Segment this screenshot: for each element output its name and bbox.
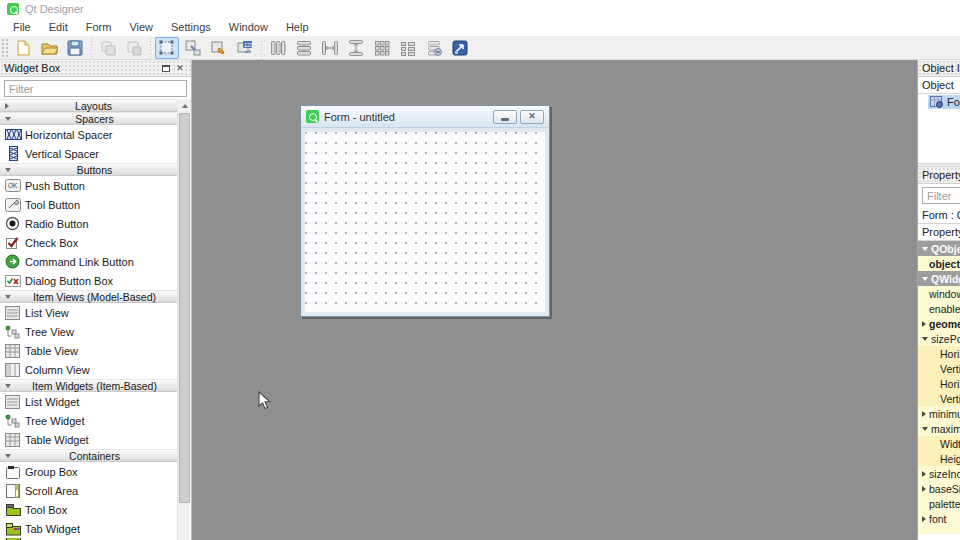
- section-layouts[interactable]: Layouts: [0, 99, 178, 112]
- property-row-palette[interactable]: palette: [918, 496, 960, 511]
- scroll-area-icon: [5, 483, 25, 499]
- menu-view[interactable]: View: [120, 19, 162, 35]
- object-tree-row-form[interactable]: Form: [918, 94, 960, 110]
- widget-item-tree-view[interactable]: Tree View: [0, 322, 178, 341]
- copy-button[interactable]: [96, 37, 120, 59]
- object-column-header[interactable]: Object: [918, 77, 960, 94]
- object-inspector-title: Object Inspector: [922, 62, 960, 74]
- property-row-vertical-policy[interactable]: Vertical Policy: [918, 361, 960, 376]
- paste-button[interactable]: [122, 37, 146, 59]
- property-row-vertical-stretch[interactable]: Vertical Stretch: [918, 391, 960, 406]
- property-row-sizeincrement[interactable]: sizeIncrement: [918, 466, 960, 481]
- property-row-maximumsize[interactable]: maximumSize: [918, 421, 960, 436]
- property-filter-input[interactable]: [922, 187, 960, 204]
- minimize-button[interactable]: [493, 110, 517, 124]
- property-row-windowmodality[interactable]: windowModality: [918, 286, 960, 301]
- section-containers[interactable]: Containers: [0, 449, 178, 462]
- widget-filter-input[interactable]: [4, 80, 187, 97]
- section-spacers[interactable]: Spacers: [0, 112, 178, 125]
- widget-item-table-view[interactable]: Table View: [0, 341, 178, 360]
- property-column-header[interactable]: Property: [918, 224, 960, 241]
- property-group-qobject[interactable]: QObject: [918, 241, 960, 256]
- property-row-basesize[interactable]: baseSize: [918, 481, 960, 496]
- menu-edit[interactable]: Edit: [40, 19, 77, 35]
- widget-item-check-box[interactable]: Check Box: [0, 233, 178, 252]
- scrollbar-thumb[interactable]: [179, 113, 190, 503]
- new-form-button[interactable]: [11, 37, 35, 59]
- widget-item-dialog-button-box[interactable]: Dialog Button Box: [0, 271, 178, 290]
- section-item-widgets[interactable]: Item Widgets (Item-Based): [0, 379, 178, 392]
- menu-settings[interactable]: Settings: [162, 19, 220, 35]
- form-window[interactable]: Form - untitled ✕: [300, 105, 550, 317]
- property-row-minimumsize[interactable]: minimumSize: [918, 406, 960, 421]
- widget-item-table-widget[interactable]: Table Widget: [0, 430, 178, 449]
- layout-vertically-button[interactable]: [292, 37, 316, 59]
- property-row-horizontal-policy[interactable]: Horizontal Policy: [918, 346, 960, 361]
- layout-vertical-splitter-icon: [347, 39, 365, 57]
- layout-form-button[interactable]: [396, 37, 420, 59]
- edit-signals-slots-button[interactable]: [181, 37, 205, 59]
- edit-widgets-button[interactable]: [155, 37, 179, 59]
- toolbar-drag-handle[interactable]: [1, 38, 9, 58]
- widget-item-tab-widget[interactable]: Tab Widget: [0, 519, 178, 538]
- tab-widget-icon: [5, 521, 25, 537]
- app-title: Qt Designer: [25, 3, 84, 15]
- widget-item-group-box[interactable]: Group Box: [0, 462, 178, 481]
- widget-item-list-view[interactable]: List View: [0, 303, 178, 322]
- property-row-height[interactable]: Height: [918, 451, 960, 466]
- chevron-right-icon: [922, 516, 926, 522]
- edit-tab-order-button[interactable]: 123: [233, 37, 257, 59]
- property-row-partial: [918, 526, 960, 534]
- scroll-up-arrow-icon[interactable]: [178, 99, 191, 112]
- menu-help[interactable]: Help: [277, 19, 318, 35]
- form-window-title: Form - untitled: [324, 111, 490, 123]
- save-form-button[interactable]: [63, 37, 87, 59]
- property-group-qwidget[interactable]: QWidget: [918, 271, 960, 286]
- widget-item-radio-button[interactable]: Radio Button: [0, 214, 178, 233]
- property-row-width[interactable]: Width: [918, 436, 960, 451]
- widget-item-scroll-area[interactable]: Scroll Area: [0, 481, 178, 500]
- open-form-button[interactable]: [37, 37, 61, 59]
- layout-vertical-splitter-button[interactable]: [344, 37, 368, 59]
- section-buttons[interactable]: Buttons: [0, 163, 178, 176]
- form-design-surface[interactable]: [304, 131, 546, 313]
- widget-item-horizontal-spacer[interactable]: Horizontal Spacer: [0, 125, 178, 144]
- property-rows: QObject objectName QWidget windowModalit…: [918, 241, 960, 534]
- property-row-font[interactable]: font: [918, 511, 960, 526]
- section-item-views[interactable]: Item Views (Model-Based): [0, 290, 178, 303]
- widget-item-list-widget[interactable]: List Widget: [0, 392, 178, 411]
- check-box-icon: [5, 235, 25, 251]
- widget-item-command-link-button[interactable]: Command Link Button: [0, 252, 178, 271]
- widget-item-tree-widget[interactable]: Tree Widget: [0, 411, 178, 430]
- edit-buddies-button[interactable]: [207, 37, 231, 59]
- property-row-sizepolicy[interactable]: sizePolicy: [918, 331, 960, 346]
- layout-grid-button[interactable]: [370, 37, 394, 59]
- close-panel-button[interactable]: ✕: [173, 62, 187, 75]
- property-row-horizontal-stretch[interactable]: Horizontal Stretch: [918, 376, 960, 391]
- layout-horizontally-button[interactable]: [266, 37, 290, 59]
- menu-form[interactable]: Form: [77, 19, 121, 35]
- property-row-geometry[interactable]: geometry: [918, 316, 960, 331]
- widget-item-tool-button[interactable]: Tool Button: [0, 195, 178, 214]
- widget-item-push-button[interactable]: OK Push Button: [0, 176, 178, 195]
- break-layout-button[interactable]: [422, 37, 446, 59]
- menu-window[interactable]: Window: [220, 19, 277, 35]
- float-panel-button[interactable]: [159, 62, 173, 75]
- horizontal-spacer-icon: [5, 127, 25, 143]
- widget-box-titlebar: Widget Box ✕: [0, 60, 191, 77]
- menu-file[interactable]: File: [4, 19, 40, 35]
- property-row-enabled[interactable]: enabled: [918, 301, 960, 316]
- widget-item-column-view[interactable]: Column View: [0, 360, 178, 379]
- close-button[interactable]: ✕: [520, 110, 544, 124]
- adjust-size-button[interactable]: [448, 37, 472, 59]
- form-window-titlebar[interactable]: Form - untitled ✕: [301, 106, 549, 128]
- form-window-icon: [306, 110, 319, 123]
- layout-horizontal-splitter-button[interactable]: [318, 37, 342, 59]
- widget-box-scrollbar[interactable]: [177, 99, 190, 540]
- toolbar-separator: [150, 38, 151, 58]
- widget-item-tool-box[interactable]: Tool Box: [0, 500, 178, 519]
- widget-box-title: Widget Box: [4, 62, 60, 74]
- property-row-objectname[interactable]: objectName: [918, 256, 960, 271]
- widget-item-vertical-spacer[interactable]: Vertical Spacer: [0, 144, 178, 163]
- chevron-right-icon: [922, 486, 926, 492]
